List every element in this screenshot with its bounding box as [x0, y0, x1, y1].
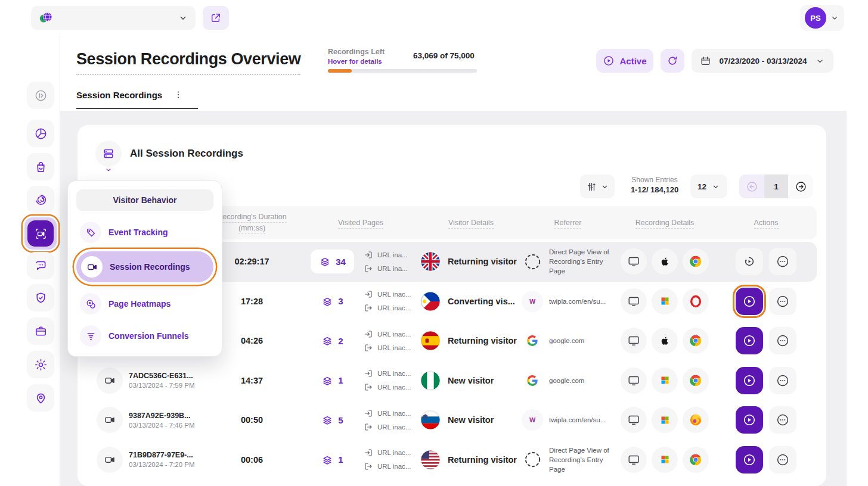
menu-item-page-heatmaps[interactable]: Page Heatmaps: [76, 291, 213, 317]
referrer-text[interactable]: twipla.com/en/su...: [549, 297, 606, 306]
referrer-text[interactable]: google.com: [549, 376, 584, 385]
referrer-cell: W twipla.com/en/su...: [522, 409, 614, 431]
more-options-button[interactable]: [769, 406, 796, 434]
exit-url-link[interactable]: URL inac...: [364, 462, 420, 471]
exit-url-link[interactable]: URL inac...: [364, 303, 420, 313]
google-icon: [522, 370, 543, 391]
recording-id-cell: 71B9D877-97E9-... 03/13/2024 - 7:20 PM: [87, 447, 203, 473]
sidebar-item-settings[interactable]: [27, 351, 54, 378]
recording-id: 9387A92E-939B...: [129, 412, 195, 420]
pagination: 1: [739, 175, 813, 198]
col-visited-pages: Visited Pages: [301, 217, 420, 229]
browser-chrome-icon: [683, 328, 709, 354]
refresh-icon: [666, 55, 678, 67]
recording-status-button[interactable]: Active: [596, 49, 653, 73]
visited-pages-cell: 2: [301, 335, 364, 347]
table-row: 7ADC536C-E631... 03/13/2024 - 7:59 PM 14…: [87, 361, 817, 401]
tab-session-recordings[interactable]: Session Recordings: [76, 89, 198, 109]
sidebar-item-ecommerce[interactable]: [27, 153, 54, 180]
recording-id: 7ADC536C-E631...: [129, 372, 195, 380]
referrer-text[interactable]: twipla.com/en/su...: [549, 415, 606, 425]
device-desktop-icon: [621, 407, 647, 433]
visited-pages-cell: 1: [301, 454, 364, 466]
page-size-select[interactable]: 12: [690, 175, 727, 198]
play-recording-button[interactable]: [736, 406, 763, 434]
recording-details-cell: [614, 367, 715, 394]
browser-chrome-icon: [683, 447, 709, 473]
referrer-text: Direct Page View of Recording's Entry Pa…: [549, 446, 610, 474]
entry-url-link[interactable]: URL inac...: [364, 369, 420, 378]
twipla-logo-icon: W: [522, 291, 543, 312]
recording-duration: 00:50: [203, 415, 301, 425]
sidebar-item-dashboard[interactable]: [27, 120, 54, 147]
sidebar-item-feedback[interactable]: [27, 252, 54, 279]
menu-item-session-recordings-active[interactable]: Session Recordings: [76, 251, 213, 282]
recordings-list-icon: [95, 141, 122, 167]
play-recording-button[interactable]: [736, 327, 763, 354]
prev-page-button[interactable]: [739, 175, 764, 198]
sliders-icon: [586, 181, 597, 192]
column-settings-button[interactable]: [580, 175, 615, 198]
sidebar-item-location[interactable]: [27, 384, 54, 412]
more-options-button[interactable]: [769, 288, 796, 315]
sidebar-item-business[interactable]: [27, 317, 54, 345]
sidebar-item-visitor-behavior-active[interactable]: [24, 217, 57, 250]
twipla-logo-icon: W: [522, 409, 543, 431]
more-options-button[interactable]: [769, 446, 796, 473]
sidebar-item-privacy[interactable]: [27, 284, 54, 311]
next-page-button[interactable]: [788, 175, 813, 198]
menu-item-event-tracking[interactable]: Event Tracking: [76, 219, 213, 245]
menu-item-conversion-funnels[interactable]: Conversion Funnels: [76, 323, 213, 349]
visited-pages-badge: 2: [321, 335, 343, 347]
entry-url-link[interactable]: URL inac...: [364, 409, 420, 418]
col-actions: Actions: [715, 217, 817, 229]
kebab-menu-icon[interactable]: [173, 89, 184, 100]
entry-url-link[interactable]: URL ina...: [364, 250, 420, 260]
referrer-text[interactable]: google.com: [549, 336, 584, 345]
refresh-button[interactable]: [661, 49, 684, 73]
device-desktop-icon: [621, 328, 647, 354]
referrer-text: Direct Page View of Recording's Entry Pa…: [549, 247, 610, 276]
website-selector[interactable]: [31, 6, 196, 30]
referrer-cell: Direct Page View of Recording's Entry Pa…: [522, 247, 614, 276]
replay-button[interactable]: [736, 248, 763, 275]
exit-url-link[interactable]: URL inac...: [364, 343, 420, 353]
exit-url-link[interactable]: URL ina...: [364, 264, 420, 273]
chevron-down-icon: [830, 13, 839, 23]
os-apple-icon: [652, 248, 678, 275]
sidebar-toggle[interactable]: [27, 82, 54, 109]
entry-url-link[interactable]: URL inac...: [364, 289, 420, 299]
svg-text:W: W: [529, 416, 536, 423]
visitor-details-cell: Returning visitor: [420, 251, 522, 272]
main-sidebar: [0, 36, 60, 486]
entry-url-link[interactable]: URL inac...: [364, 448, 420, 457]
account-menu[interactable]: PS: [800, 5, 844, 31]
play-recording-button[interactable]: [736, 367, 763, 394]
visited-pages-cell: 1: [301, 375, 364, 387]
country-flag-icon: [420, 331, 441, 351]
visited-pages-cell: 34: [301, 250, 364, 273]
play-recording-button[interactable]: [736, 288, 763, 315]
visitor-type: Returning visitor: [448, 257, 517, 266]
more-options-button[interactable]: [769, 327, 796, 354]
chevron-down-icon[interactable]: [104, 166, 113, 174]
recording-camera-icon: [97, 447, 123, 473]
date-range-picker[interactable]: 07/23/2020 - 03/13/2024: [692, 49, 833, 73]
play-recording-button[interactable]: [736, 446, 763, 473]
open-website-button[interactable]: [203, 6, 229, 30]
exit-url-link[interactable]: URL inac...: [364, 422, 420, 432]
entry-url-link[interactable]: URL inac...: [364, 329, 420, 339]
visitor-behavior-menu: Visitor Behavior Event Tracking Session …: [67, 180, 222, 357]
recording-details-cell: [614, 407, 715, 433]
sidebar-item-visitors[interactable]: [27, 186, 54, 213]
recording-timestamp: 03/13/2024 - 7:59 PM: [129, 382, 195, 389]
more-options-button[interactable]: [769, 367, 796, 394]
col-visitor-details: Visitor Details: [420, 217, 522, 229]
more-options-button[interactable]: [769, 248, 796, 275]
current-page[interactable]: 1: [764, 175, 788, 198]
visitor-details-cell: New visitor: [420, 410, 522, 430]
os-apple-icon: [652, 328, 678, 354]
exit-url-link[interactable]: URL inac...: [364, 382, 420, 392]
top-bar: PS: [0, 0, 868, 36]
browser-chrome-icon: [683, 367, 709, 394]
